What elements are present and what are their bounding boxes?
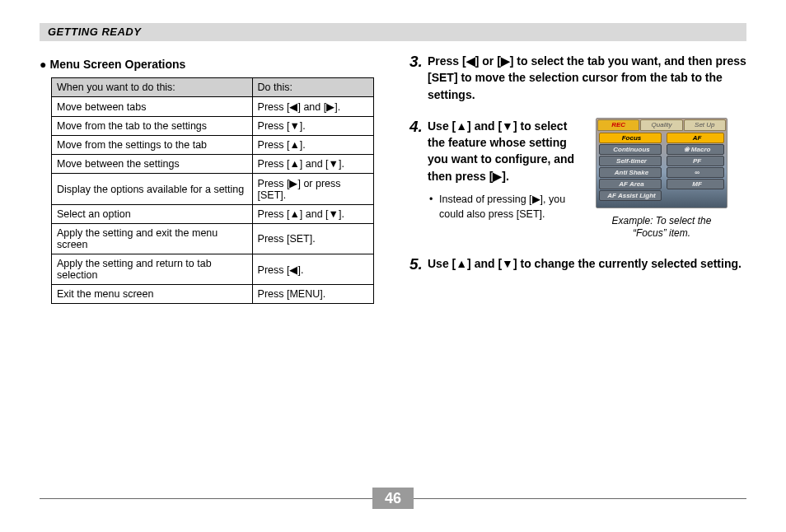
cam-option-af: AF — [667, 133, 724, 143]
cam-tab-quality: Quality — [640, 119, 682, 131]
table-row: Move between the settingsPress [▲] and [… — [52, 155, 374, 174]
step-4: 4. Use [▲] and [▼] to select the feature… — [409, 118, 746, 240]
cam-item: Self-timer — [599, 156, 662, 166]
col-head-2: Do this: — [252, 78, 373, 97]
cam-option: PF — [667, 156, 724, 166]
col-head-1: When you want to do this: — [52, 78, 253, 97]
table-row: Move between tabsPress [◀] and [▶]. — [52, 97, 374, 117]
table-row: Exit the menu screenPress [MENU]. — [52, 285, 374, 304]
cam-item: Continuous — [599, 144, 662, 155]
table-row: Move from the settings to the tabPress [… — [52, 136, 374, 155]
cam-option: MF — [667, 179, 724, 189]
left-column: ●Menu Screen Operations When you want to… — [40, 53, 377, 304]
content-columns: ●Menu Screen Operations When you want to… — [40, 53, 746, 304]
table-row: Select an optionPress [▲] and [▼]. — [52, 205, 374, 224]
step-number: 4. — [409, 118, 428, 240]
step-note: Instead of pressing [▶], you could also … — [428, 193, 584, 222]
step-5: 5. Use [▲] and [▼] to change the current… — [409, 255, 746, 273]
example-caption: Example: To select the “Focus” item. — [612, 215, 712, 240]
table-row: Move from the tab to the settingsPress [… — [52, 117, 374, 136]
page-footer: 46 — [40, 498, 746, 509]
menu-ops-subhead: ●Menu Screen Operations — [40, 58, 377, 71]
example-figure: REC Quality Set Up Focus Continuous Self… — [596, 118, 728, 240]
section-header: GETTING READY — [40, 23, 746, 41]
cam-item: AF Area — [599, 179, 662, 189]
cam-tab-rec: REC — [597, 119, 639, 131]
page-number: 46 — [372, 488, 414, 509]
cam-option: ∞ — [667, 167, 724, 178]
cam-item-focus: Focus — [599, 133, 662, 143]
camera-menu-illustration: REC Quality Set Up Focus Continuous Self… — [596, 118, 728, 208]
step-text: Use [▲] and [▼] to select the feature wh… — [428, 118, 584, 184]
subhead-text: Menu Screen Operations — [49, 58, 185, 71]
step-number: 3. — [409, 53, 428, 103]
cam-option: ❀ Macro — [667, 144, 724, 155]
right-column: 3. Press [◀] or [▶] to select the tab yo… — [409, 53, 746, 304]
step-3: 3. Press [◀] or [▶] to select the tab yo… — [409, 53, 746, 103]
step-number: 5. — [409, 255, 428, 273]
menu-ops-table: When you want to do this: Do this: Move … — [51, 77, 374, 304]
table-row: Display the options available for a sett… — [52, 174, 374, 205]
table-row: Apply the setting and exit the menu scre… — [52, 224, 374, 254]
step-text: Press [◀] or [▶] to select the tab you w… — [428, 53, 746, 103]
cam-item: AF Assist Light — [599, 190, 662, 201]
step-text: Use [▲] and [▼] to change the currently … — [428, 255, 746, 272]
table-row: Apply the setting and return to tab sele… — [52, 254, 374, 285]
cam-tab-setup: Set Up — [684, 119, 726, 131]
cam-item: Anti Shake — [599, 167, 662, 178]
